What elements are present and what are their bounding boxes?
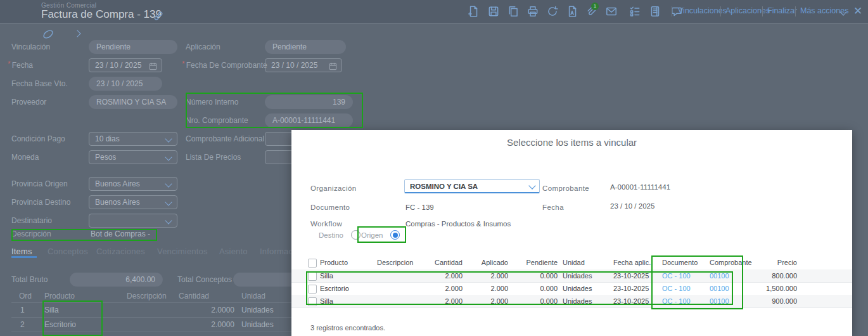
comprobante-value: A-00001-11111441	[610, 181, 670, 193]
table-row[interactable]	[11, 332, 291, 336]
destinatario-select[interactable]	[89, 214, 177, 228]
fecha-input[interactable]: 23 / 10 / 2025	[89, 58, 162, 72]
moneda-select[interactable]: Pesos	[89, 150, 177, 164]
organizacion-select[interactable]: ROSMINO Y CIA SA	[404, 179, 540, 193]
aplicaciones-button[interactable]: Aplicaciones	[725, 6, 770, 15]
field-label: Destinatario	[11, 214, 52, 228]
document-log-icon[interactable]	[649, 5, 661, 18]
field-label: Provincia Destino	[11, 195, 70, 209]
chevron-down-icon	[165, 153, 172, 160]
table-row[interactable]: 1 Silla 2.0000 Unidades	[11, 302, 291, 318]
comprobante-link[interactable]: 00100	[710, 295, 729, 307]
chevron-down-icon	[165, 180, 172, 187]
chevron-down-icon	[528, 182, 535, 189]
new-document-icon[interactable]	[467, 5, 480, 18]
field-label: Fecha	[542, 202, 564, 213]
save-icon[interactable]	[487, 5, 500, 18]
total-bruto-value: 6,400.00	[70, 273, 163, 287]
total-bruto-label: Total Bruto	[11, 273, 48, 287]
field-label: Vinculación	[11, 40, 50, 54]
separator	[672, 6, 672, 16]
close-icon[interactable]: ✕	[853, 4, 862, 18]
row-checkbox[interactable]	[308, 297, 317, 306]
column-header: Descripción	[127, 292, 167, 301]
chevron-down-icon	[165, 198, 172, 205]
screen: Gestión Comercial Factura de Compra - 13…	[0, 0, 868, 336]
field-label: Comprobante Adicional	[186, 132, 264, 146]
fecha-base-vto-field: 23 / 10 / 2025	[89, 77, 162, 91]
modal-table-row[interactable]: Silla 2.000 2.000 0.000 Unidades 23-10-2…	[291, 295, 852, 308]
chevron-right-icon[interactable]	[73, 30, 80, 37]
field-label: Aplicación	[186, 40, 220, 54]
tab-cotizaciones[interactable]: Cotizaciones	[96, 246, 145, 257]
comprobante-link[interactable]: 00100	[710, 269, 729, 282]
destino-radio-label: Destino	[319, 230, 343, 240]
column-header: Producto	[44, 292, 75, 301]
modal-title: Seleccione los items a vincular	[291, 137, 852, 148]
column-header: Unidad	[241, 292, 265, 301]
provincia-origen-select[interactable]: Buenos Aires	[89, 177, 177, 191]
origen-radio-label: Origen	[361, 230, 383, 240]
descripcion-field[interactable]: Bot de Compras -	[91, 228, 150, 240]
nro-comprobante-field: A-00001-11111441	[265, 113, 353, 127]
field-label: Documento	[310, 202, 350, 213]
modal-table-row[interactable]: Escritorio 2.000 2.000 0.000 Unidades 23…	[291, 282, 852, 295]
modal-table-header: Producto Descripcion Cantidad Aplicado P…	[291, 255, 852, 270]
field-label: Nro. Comprobante	[186, 113, 248, 127]
aplicacion-status: Pendiente	[265, 40, 346, 54]
workflow-value: Compras - Productos & Insumos	[405, 218, 511, 229]
finalizar-button[interactable]: Finalizar	[767, 6, 797, 15]
copy-icon[interactable]	[507, 5, 520, 18]
email-icon[interactable]	[605, 5, 618, 18]
attachment-badge: 1	[591, 3, 599, 10]
tab-vencimientos[interactable]: Vencimientos	[157, 246, 208, 257]
attachments-icon[interactable]: 1	[584, 5, 597, 18]
field-label: Organización	[310, 183, 357, 194]
field-label: Workflow	[310, 218, 342, 229]
tab-conceptos[interactable]: Conceptos	[48, 246, 88, 257]
checklist-icon[interactable]	[629, 5, 641, 18]
origen-radio[interactable]	[390, 230, 400, 240]
destino-radio[interactable]	[351, 230, 361, 240]
documento-link[interactable]: OC - 100	[662, 269, 691, 282]
separator	[762, 6, 763, 16]
condicion-pago-select[interactable]: 10 dias	[89, 132, 177, 146]
export-pdf-icon[interactable]	[566, 5, 578, 18]
provincia-destino-select[interactable]: Buenos Aires	[89, 195, 177, 209]
modal-table-row[interactable]: Silla 2.000 2.000 0.000 Unidades 23-10-2…	[291, 269, 852, 283]
field-label: Moneda	[11, 150, 39, 164]
vinculacion-status: Pendiente	[89, 40, 177, 54]
fecha-value: 23 / 10 / 2025	[610, 200, 654, 212]
field-label: Lista De Precios	[186, 150, 241, 164]
select-all-checkbox[interactable]	[308, 259, 317, 268]
field-label: Fecha	[8, 58, 33, 72]
row-checkbox[interactable]	[308, 272, 317, 281]
documento-value: FC - 139	[405, 202, 434, 213]
field-label: Condición Pago	[11, 132, 65, 146]
field-label: Número Interno	[186, 95, 238, 109]
vinculaciones-button[interactable]: Vinculaciones	[678, 6, 727, 15]
chevron-down-icon	[165, 217, 172, 224]
loop-icon[interactable]	[42, 28, 54, 41]
field-label: Descripción	[11, 228, 51, 240]
calendar-icon[interactable]	[149, 61, 157, 70]
field-label: Fecha Base Vto.	[11, 77, 68, 91]
fecha-comprobante-input[interactable]: 23 / 10 / 2025	[265, 58, 342, 72]
documento-link[interactable]: OC - 100	[662, 295, 691, 307]
tab-asiento[interactable]: Asiento	[219, 246, 248, 257]
history-icon[interactable]	[546, 5, 559, 18]
tab-items[interactable]: Items	[11, 246, 32, 257]
table-row[interactable]: 2 Escritorio 2.0000 Unidades	[11, 317, 291, 332]
comprobante-link[interactable]: 00100	[710, 282, 729, 295]
chevron-down-icon	[165, 135, 172, 142]
active-tab-underline	[11, 256, 37, 258]
link-icon[interactable]	[152, 10, 165, 22]
link-items-modal: Seleccione los items a vincular Organiza…	[291, 130, 852, 336]
documento-link[interactable]: OC - 100	[662, 282, 691, 295]
separator	[795, 6, 796, 16]
row-checkbox[interactable]	[308, 285, 317, 294]
column-header: Cantidad	[179, 292, 209, 301]
calendar-icon[interactable]	[329, 61, 337, 70]
numero-interno-field: 139	[265, 95, 353, 109]
print-icon[interactable]	[527, 5, 539, 18]
